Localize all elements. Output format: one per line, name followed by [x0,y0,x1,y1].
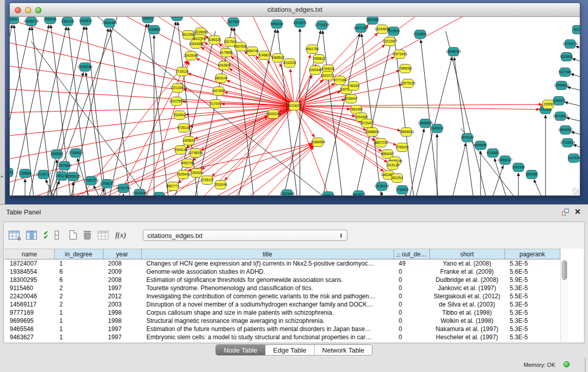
graph-node-label: 15958 [543,102,553,106]
graph-node-label: 917006 [210,102,221,105]
graph-node-label: 2667608 [234,45,247,48]
table-row[interactable]: 1938455462009Genome-wide association stu… [5,268,560,276]
table-row[interactable]: 2242004622012Investigating the contribut… [5,292,560,300]
import-table-icon[interactable] [98,231,108,239]
graph-node-label: 18807243 [374,141,388,144]
cell-name: 9699695 [5,317,54,325]
graph-node-label: 9463627 [352,193,365,196]
resize-grip-icon[interactable] [572,188,579,195]
table-row[interactable]: 977716911998Corpus callosum shape and si… [5,309,560,317]
cell-in_degree: 1 [54,309,103,317]
table-toolbar: ⚙ ✔✔ f(x) [9,225,126,245]
cell-pagerank: 5.3E-5 [505,309,560,317]
left-splitter[interactable]: ◂ [0,0,5,204]
vertical-scrollbar[interactable] [560,259,568,342]
column-header-short[interactable]: short [429,249,505,259]
network-window-titlebar[interactable]: citations_edges.txt [10,3,580,17]
graph-node-label: 16782759 [116,186,131,190]
graph-node-label: 3304 [10,17,17,21]
graph-node-label: 7524542 [173,113,186,117]
table-select-dropdown[interactable]: citations_edges.txt ▲▼ [143,230,347,241]
close-button[interactable] [15,7,21,13]
table-row[interactable]: 1872400712008Changes of HCN gene express… [5,259,560,268]
table-settings-icon[interactable]: ⚙ [9,231,19,239]
graph-node-label: 10923448 [280,192,295,195]
column-header-name[interactable]: name [5,249,54,259]
splitter-collapse-icon[interactable]: ◂ [1,174,3,179]
graph-node-label: 17359924 [69,151,83,155]
column-header-out_de[interactable]: △out_de… [394,249,429,259]
tab-edge-table[interactable]: Edge Table [265,345,314,355]
graph-node-label: 9427552 [212,89,225,93]
minimize-button[interactable] [25,7,31,13]
graph-node-label: 10973493 [393,52,407,56]
table-row[interactable]: 946362711997Embryonic stem cells: a mode… [5,333,560,341]
network-canvas[interactable]: 3304240557242093146108314310698192069140… [10,17,580,195]
graph-node-label: 6794028 [321,67,335,71]
network-view-window[interactable]: citations_edges.txt 33042405572420931461… [9,3,580,196]
cell-in_degree: 6 [54,268,103,276]
cell-year: 1998 [103,309,141,317]
table-panel-title: Table Panel [6,208,41,216]
memory-ok-led-icon [563,361,570,367]
graph-node-label: 1640910 [430,126,444,130]
status-divider [585,358,585,372]
table-row[interactable]: 1456911722003Disruption of a novel membe… [5,300,560,309]
cell-name: 9463627 [5,333,54,341]
graph-node-label: 12505135 [66,174,81,178]
column-header-pagerank[interactable]: pagerank [505,249,560,259]
function-builder-icon[interactable]: f(x) [115,231,126,239]
table-row[interactable]: 946554611997Estimation of the future num… [5,325,560,333]
cell-in_degree: 1 [54,333,103,341]
table-row[interactable]: 1830029562008Estimation of significance … [5,276,560,284]
cell-year: 2008 [103,259,141,268]
graph-node-label: 9242843 [217,63,231,67]
network-graph[interactable]: 3304240557242093146108314310698192069140… [10,17,580,196]
cell-out_de: 0 [394,300,429,309]
column-header-in_degree[interactable]: in_degree [54,249,103,259]
column-header-year[interactable]: year [103,249,141,259]
graph-node-label: 1154469 [355,115,368,119]
graph-node-label: 12213967 [383,39,398,43]
graph-node-label: 10543362 [189,42,204,46]
graph-node-label: 9329966 [560,55,573,58]
table-row[interactable]: 969969511998Structural magnetic resonanc… [5,317,560,325]
column-header-title[interactable]: title [141,249,394,259]
select-all-icon[interactable]: ✔✔ [43,231,48,239]
close-panel-icon[interactable]: ✕ [574,207,581,216]
graph-node-label: 18300295 [266,112,281,116]
cell-in_degree: 2 [54,300,103,309]
cell-short: Franke et al. (2009) [429,268,505,276]
zoom-button[interactable] [35,7,41,13]
graph-node-label: 15720407 [360,121,375,125]
graph-node-label: 9857771 [166,184,180,188]
new-table-icon[interactable] [70,230,77,239]
show-columns-icon[interactable] [26,231,37,239]
cell-year: 2003 [103,300,141,309]
tab-node-table[interactable]: Node Table [216,345,265,355]
cell-out_de: 49 [394,259,429,268]
graph-node-label: 9246117 [153,194,166,196]
graph-node-label: 10975887 [57,164,72,167]
graph-node-label: 17957273 [84,179,99,182]
graph-node-label: 9735137 [201,178,214,182]
column-icon[interactable] [55,231,59,239]
tab-network-table[interactable]: Network Table [314,345,372,355]
cell-name: 9465546 [5,325,54,333]
cell-out_de: 0 [394,268,429,276]
scrollbar-thumb[interactable] [562,260,567,280]
cell-title: Corpus callosum shape and size in male p… [141,309,394,317]
table-row[interactable]: 911546021997Tourette syndrome. Phenomeno… [5,284,560,292]
graph-node-label: 2687682 [366,18,379,21]
delete-table-icon[interactable] [83,230,91,239]
graph-node-label: 1065107 [141,17,155,20]
graph-node-label: 10719155 [315,23,330,27]
graph-node-label: 9699695 [474,143,487,147]
graph-node-label: 1083143 [61,19,74,23]
cell-short: Yano et al. (2008) [429,259,505,268]
graph-node-label: 2036447 [344,97,358,100]
float-panel-icon[interactable] [562,209,569,215]
graph-node-label: 1527602 [227,20,240,24]
table-browser: ⚙ ✔✔ f(x) citations_edges.txt ▲▼ [3,222,585,343]
cell-pagerank: 5.3E-5 [505,317,560,325]
